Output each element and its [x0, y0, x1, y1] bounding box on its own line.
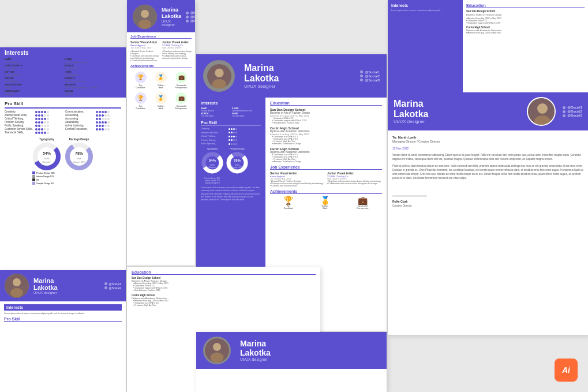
purple-charts: Typography 54% Skills Diagram Product De… — [201, 148, 261, 184]
svg-point-33 — [213, 343, 221, 351]
donut-svg-2: 78% Web Design 45% — [65, 142, 93, 171]
skill-row: Interpersonal Skills, — [5, 114, 61, 117]
skills-col-2: Communication, Accounting, — [65, 110, 121, 135]
svg-text:78%: 78% — [234, 159, 241, 162]
info-item: NAME Paraqe Artison — [5, 58, 61, 64]
package-design-chart: Package Design 78% Web Design 45% — [65, 138, 93, 185]
achievement-success: 💼 SuccessfulEntrepreneur — [175, 72, 187, 89]
interests-section: Interests NAME Paraqe Artison E MAIL use… — [0, 47, 126, 98]
svg-point-27 — [537, 103, 548, 114]
resume-card-5: MarinaLakotka UI/UX designer @Social1 @S… — [0, 270, 126, 392]
ai-badge[interactable]: Ai — [555, 359, 578, 382]
skills-grid: Creativity, Interpersonal Skills, — [5, 110, 121, 135]
card4-social: @Social1 @Social2 @Social3 — [563, 106, 582, 117]
info-item: MOTHER Cristian Artison — [5, 70, 61, 76]
resume-card-7: MarinaLakotka UI/UX designer — [196, 332, 387, 392]
skill-row: Critical Thinking, — [5, 117, 61, 120]
skill-row: Active Listening, — [65, 124, 121, 127]
card5-social: @Social1 @Social2 — [104, 282, 121, 290]
svg-text:Skills: Skills — [44, 157, 49, 160]
card7-header: MarinaLakotka UI/UX designer — [196, 332, 387, 369]
svg-text:78%: 78% — [75, 151, 84, 155]
achievement-golden: 🥇 GoldenMark — [155, 72, 167, 89]
svg-point-12 — [138, 20, 151, 29]
card2-content: Job Experience Senior Visual Artist Arav… — [127, 32, 195, 114]
svg-text:54%: 54% — [43, 151, 51, 155]
info-item: ADDRESS 3626 Street Houston, TX 77002 — [65, 83, 121, 89]
resume-header: MarinaLakotka UI/UX designer @Social1 @S… — [127, 0, 195, 32]
svg-text:Design 45%: Design 45% — [73, 160, 85, 163]
main-name-block: MarinaLakotka UI/UX designer — [239, 63, 355, 88]
pro-skill-section: Pro Skill Creativity, Interpersonal Skil… — [0, 98, 126, 188]
donut-svg: 54% Skills Diagram — [32, 142, 61, 171]
info-item: RELATIONSHIP Single — [5, 83, 61, 89]
skills-col-1: Creativity, Interpersonal Skills, — [5, 110, 61, 135]
svg-text:Design 45%: Design 45% — [232, 166, 243, 169]
cover-date: 12 Nov 2022 — [392, 147, 583, 151]
card6-content: Education San Das Design School Bachelor… — [127, 267, 320, 310]
card4-header: MarinaLakotka UI/UX designer @Social1 @S… — [388, 92, 588, 130]
info-item: MOBILE 713 445-6630 — [65, 64, 121, 70]
right-card-top: Interests Lorem ipsum dolor sit amet, co… — [388, 0, 588, 92]
svg-text:Diagram: Diagram — [208, 166, 216, 169]
signature-line — [392, 185, 427, 196]
card5-avatar — [5, 274, 29, 298]
cover-body: Venam dolor sit amet, consectetur adipis… — [392, 153, 583, 161]
resume-card-1: Interests NAME Paraqe Artison E MAIL use… — [0, 47, 126, 272]
card7-avatar — [203, 337, 231, 364]
typo-donut: 54% Skills Diagram — [201, 151, 224, 174]
info-item: E MAIL username@email.com — [65, 58, 121, 64]
skill-row: Creativity, — [5, 110, 61, 113]
pro-skill-title: Pro Skill — [5, 101, 121, 109]
achievement-top: 🏆 TopCandidate — [135, 72, 147, 89]
card4-avatar — [527, 97, 556, 126]
interests-title: Interests — [5, 50, 121, 56]
svg-point-30 — [13, 278, 21, 286]
skill-row: Accounting, — [65, 117, 121, 120]
info-item: FATHER Monet Artison — [5, 77, 61, 83]
resume-card-4: Interests Lorem ipsum dolor sit amet, co… — [388, 0, 588, 335]
info-item: NATIONALITY Canadian — [5, 89, 61, 95]
chart-section: Typography 54% Skills Diagram Product De… — [5, 138, 121, 185]
edu-school-3: Curtin High School Diploma with Academic… — [270, 147, 382, 163]
card5-name: MarinaLakotka UI/UX designer — [33, 277, 100, 294]
main-avatar — [203, 60, 235, 92]
avatar — [133, 5, 157, 29]
resume-card-2: MarinaLakotka UI/UX designer @Social1 @S… — [127, 0, 195, 266]
cover-sig: Rolfe Clark — [392, 200, 583, 204]
achieve-row: 🏆 TopCandidate 🥇 GoldenMark 💼 Successful… — [270, 196, 382, 210]
svg-point-14 — [215, 68, 223, 77]
svg-point-34 — [211, 353, 224, 363]
right-card-purple: Interests Lorem ipsum dolor sit amet, co… — [388, 0, 463, 92]
main-header: MarinaLakotka UI/UX designer @Social1 @S… — [196, 54, 387, 98]
skill-row: Conflict Resolution, — [65, 128, 121, 130]
edu-school-2: Curtin High School Diploma with Academic… — [270, 126, 382, 145]
cover-to: To: Martin Larth — [392, 135, 583, 140]
social-list: @Social1 @Social2 @Social3 — [186, 11, 195, 23]
svg-point-15 — [212, 79, 226, 88]
card7-name: MarinaLakotka UI/UX designer — [235, 339, 271, 361]
achievements-row: 🏆 TopCandidate 🥇 GoldenMark 💼 Successful… — [130, 70, 192, 91]
svg-text:Web: Web — [77, 157, 82, 160]
card5-header: MarinaLakotka UI/UX designer @Social1 @S… — [0, 270, 126, 301]
main-social: @Social1 @Social2 @Social3 — [360, 70, 380, 82]
card5-content: Interests Lorem ipsum dolor sit amet, co… — [0, 301, 126, 324]
cover-letter: To: Martin Larth Managing Director / Cre… — [388, 130, 588, 213]
pkg-donut: 78% Web Design 45% — [226, 151, 249, 174]
job-exp: Senior Visual Artist Aravin Apparel Jan.… — [270, 171, 382, 187]
svg-text:54%: 54% — [209, 159, 216, 162]
info-item: HOME 713 445-4631 — [65, 70, 121, 76]
svg-point-31 — [10, 288, 23, 297]
skill-row: Accounting, — [65, 114, 121, 117]
skill-row: Problem Solving, — [5, 121, 61, 124]
typography-chart: Typography 54% Skills Diagram Product De… — [32, 138, 61, 185]
info-grid: NAME Paraqe Artison E MAIL username@emai… — [5, 58, 121, 95]
info-item: SOCIAL @fingen — [65, 89, 121, 95]
right-card-edu: Education San Das Design School Bachelor… — [463, 0, 588, 92]
name-block: MarinaLakotka UI/UX designer — [162, 7, 181, 27]
skill-row: Adaptability, — [65, 121, 121, 124]
skill-row: Teamwork Skills, — [5, 131, 61, 134]
achievements-row-2: 🏆 TopCandidate 🥇 GoldenMark 💼 Successful… — [130, 91, 192, 111]
edu-school-1: San Das Design School Bachelor of Arts i… — [270, 108, 382, 124]
skill-row: Public Speaking, — [5, 124, 61, 127]
